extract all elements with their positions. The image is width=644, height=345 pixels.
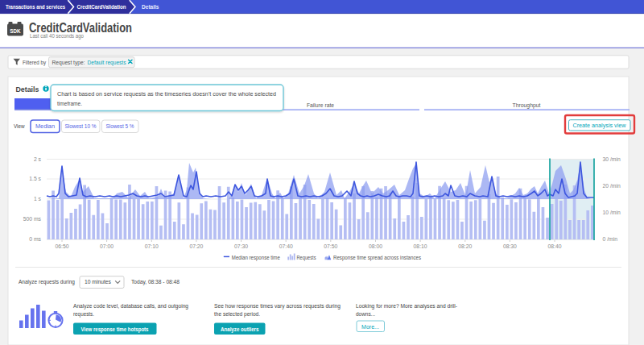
svg-text:Analyze outliers: Analyze outliers (221, 326, 259, 333)
svg-text:07:00: 07:00 (100, 243, 114, 249)
svg-text:CreditCardValidation: CreditCardValidation (77, 3, 126, 10)
svg-text:requests.: requests. (73, 310, 94, 318)
svg-text:08:40: 08:40 (547, 243, 561, 249)
svg-text:Slowest 10 %: Slowest 10 % (65, 123, 97, 130)
svg-text:downs...: downs... (356, 310, 375, 318)
svg-text:Median: Median (35, 123, 55, 130)
svg-text:Failure rate: Failure rate (307, 102, 334, 109)
svg-text:Transactions and services: Transactions and services (6, 3, 65, 10)
svg-text:10 /min: 10 /min (603, 210, 621, 215)
svg-text:Throughput: Throughput (513, 102, 541, 109)
svg-text:Analyze requests during: Analyze requests during (19, 278, 75, 285)
svg-text:Requests: Requests (297, 255, 316, 261)
svg-text:08:00: 08:00 (369, 243, 382, 249)
svg-text:07:50: 07:50 (324, 243, 337, 249)
svg-text:Looking for more? More analyse: Looking for more? More analyses and dril… (356, 302, 458, 310)
svg-text:2 s: 2 s (34, 156, 42, 162)
svg-text:0 ms: 0 ms (29, 236, 41, 242)
svg-text:08:10: 08:10 (414, 243, 427, 249)
svg-text:07:10: 07:10 (145, 243, 159, 249)
svg-text:More...: More... (361, 323, 379, 330)
svg-text:1.5 s: 1.5 s (29, 176, 41, 181)
svg-text:Analyze code level, database c: Analyze code level, database calls, and … (73, 302, 188, 310)
svg-text:View response time hotspots: View response time hotspots (81, 326, 149, 333)
svg-text:Filtered by: Filtered by (23, 59, 46, 66)
svg-text:30 /min: 30 /min (603, 156, 621, 162)
svg-text:See how response times vary ac: See how response times vary across reque… (214, 302, 341, 310)
svg-text:Request type:: Request type: (52, 59, 85, 66)
svg-text:timeframe.: timeframe. (57, 100, 82, 107)
svg-text:08:20: 08:20 (458, 243, 472, 249)
svg-text:Default requests: Default requests (88, 59, 126, 66)
svg-text:10 minutes: 10 minutes (85, 278, 111, 285)
svg-text:20 /min: 20 /min (603, 183, 621, 189)
svg-text:the selected period.: the selected period. (214, 310, 260, 318)
svg-text:Details: Details (142, 3, 159, 10)
svg-text:07:20: 07:20 (189, 243, 203, 249)
svg-text:Details: Details (15, 85, 39, 94)
svg-text:Response time spread across in: Response time spread across instances (333, 255, 421, 261)
svg-text:08:30: 08:30 (503, 243, 517, 249)
svg-text:Chart is based on service requ: Chart is based on service requests as th… (57, 90, 276, 98)
svg-text:SDK: SDK (10, 27, 21, 35)
svg-text:Slowest 5 %: Slowest 5 % (106, 123, 135, 130)
svg-text:Today, 08:38 - 08:48: Today, 08:38 - 08:48 (131, 278, 180, 285)
svg-text:View: View (14, 123, 25, 130)
svg-text:1 s: 1 s (34, 196, 42, 202)
svg-text:0 /min: 0 /min (603, 236, 618, 242)
svg-text:Last call 40 seconds ago: Last call 40 seconds ago (30, 32, 84, 39)
svg-text:Create analysis view: Create analysis view (573, 122, 627, 129)
svg-text:06:50: 06:50 (55, 243, 68, 249)
svg-text:Median response time: Median response time (232, 255, 280, 261)
svg-text:500 ms: 500 ms (23, 216, 42, 222)
svg-text:07:30: 07:30 (234, 243, 248, 249)
svg-text:07:40: 07:40 (279, 243, 293, 249)
